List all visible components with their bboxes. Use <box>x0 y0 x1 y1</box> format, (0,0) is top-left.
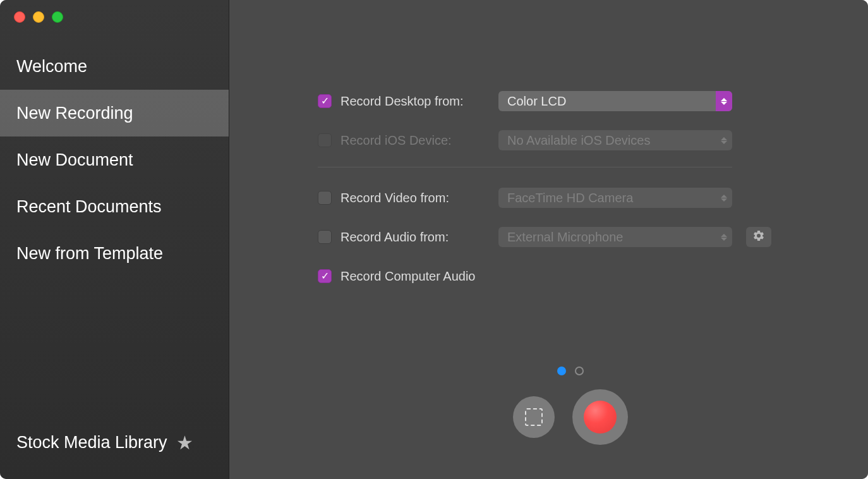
main-panel: ✓ Record Desktop from: Color LCD Record … <box>229 0 868 479</box>
audio-settings-button[interactable] <box>746 227 771 247</box>
row-record-ios: Record iOS Device: No Available iOS Devi… <box>318 128 780 153</box>
select-record-desktop[interactable]: Color LCD <box>498 91 732 111</box>
checkbox-record-desktop[interactable]: ✓ <box>318 94 332 108</box>
select-stepper-icon <box>716 188 732 208</box>
record-icon <box>584 401 617 434</box>
page-dot-1[interactable] <box>557 367 566 375</box>
label-record-computer-audio: Record Computer Audio <box>341 269 475 284</box>
checkbox-record-video[interactable] <box>318 191 332 205</box>
record-button[interactable] <box>572 389 628 445</box>
section-divider <box>318 167 732 167</box>
stock-media-library-label: Stock Media Library <box>16 433 167 452</box>
fullscreen-window-button[interactable] <box>52 11 63 23</box>
sidebar-item-label: New Document <box>16 150 133 170</box>
select-record-ios: No Available iOS Devices <box>498 130 732 150</box>
select-value: External Microphone <box>507 230 623 245</box>
window-controls <box>0 0 229 30</box>
label-record-desktop: Record Desktop from: <box>341 94 464 109</box>
label-record-audio: Record Audio from: <box>341 230 449 245</box>
page-dot-2[interactable] <box>575 367 584 375</box>
sidebar-footer[interactable]: Stock Media Library ★ <box>0 432 229 479</box>
row-record-video: Record Video from: FaceTime HD Camera <box>318 185 780 210</box>
sidebar-item-label: New Recording <box>16 104 133 123</box>
gear-icon <box>752 229 765 245</box>
bottom-controls <box>229 367 868 445</box>
minimize-window-button[interactable] <box>33 11 44 23</box>
select-value: FaceTime HD Camera <box>507 191 633 205</box>
close-window-button[interactable] <box>14 11 25 23</box>
row-record-desktop: ✓ Record Desktop from: Color LCD <box>318 88 780 114</box>
sidebar-item-new-from-template[interactable]: New from Template <box>0 230 229 277</box>
select-stepper-icon <box>716 227 732 247</box>
app-window: Welcome New Recording New Document Recen… <box>0 0 868 479</box>
row-record-audio: Record Audio from: External Microphone <box>318 224 780 250</box>
checkbox-record-computer-audio[interactable]: ✓ <box>318 269 332 283</box>
select-value: Color LCD <box>507 94 566 109</box>
sidebar-item-new-recording[interactable]: New Recording <box>0 90 229 136</box>
select-stepper-icon <box>716 130 732 150</box>
select-value: No Available iOS Devices <box>507 133 650 148</box>
checkbox-record-ios <box>318 133 332 147</box>
select-region-button[interactable] <box>513 396 555 438</box>
select-record-video[interactable]: FaceTime HD Camera <box>498 188 732 208</box>
sidebar-item-label: Welcome <box>16 57 87 76</box>
check-icon: ✓ <box>321 271 329 281</box>
sidebar: Welcome New Recording New Document Recen… <box>0 0 229 479</box>
select-stepper-icon <box>716 91 732 111</box>
record-controls <box>513 389 628 445</box>
selection-marquee-icon <box>525 408 543 426</box>
label-record-video: Record Video from: <box>341 191 449 205</box>
page-indicator <box>557 367 584 375</box>
sidebar-nav: Welcome New Recording New Document Recen… <box>0 43 229 277</box>
sidebar-item-welcome[interactable]: Welcome <box>0 43 229 90</box>
star-icon: ★ <box>176 432 193 454</box>
label-record-ios: Record iOS Device: <box>341 133 452 148</box>
sidebar-item-new-document[interactable]: New Document <box>0 136 229 183</box>
select-record-audio[interactable]: External Microphone <box>498 227 732 247</box>
row-record-computer-audio: ✓ Record Computer Audio <box>318 264 780 289</box>
sidebar-item-label: New from Template <box>16 244 163 264</box>
checkbox-record-audio[interactable] <box>318 230 332 244</box>
check-icon: ✓ <box>321 96 329 106</box>
sidebar-item-recent-documents[interactable]: Recent Documents <box>0 183 229 230</box>
sidebar-item-label: Recent Documents <box>16 197 162 217</box>
